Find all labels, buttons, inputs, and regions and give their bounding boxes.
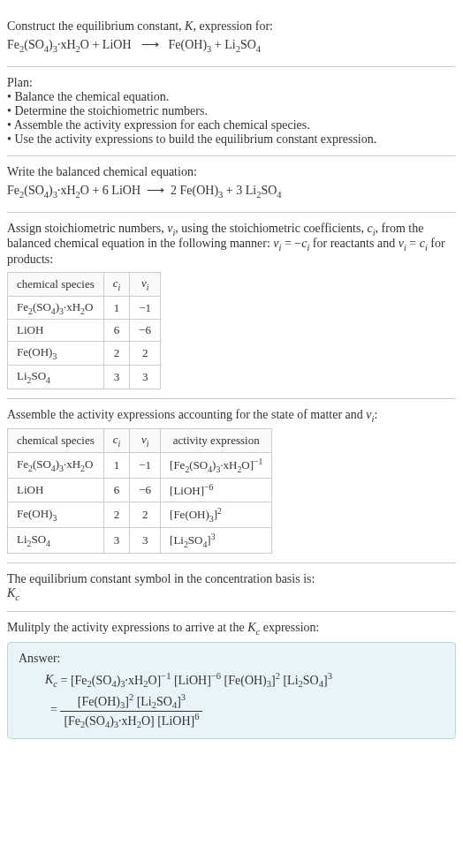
- plan-bullet-2: • Determine the stoichiometric numbers.: [7, 104, 456, 118]
- fraction: [Fe(OH)3]2 [Li2SO4]3 [Fe2(SO4)3·xH2O] [L…: [60, 692, 202, 729]
- cell-vi: −1: [130, 452, 161, 478]
- fraction-denominator: [Fe2(SO4)3·xH2O] [LiOH]6: [60, 712, 202, 729]
- section-plan: Plan: • Balance the chemical equation. •…: [7, 67, 456, 156]
- cell-vi: 3: [130, 365, 161, 389]
- stoich-intro: Assign stoichiometric numbers, νi, using…: [7, 222, 456, 268]
- cell-species: LiOH: [8, 478, 104, 502]
- col-activity: activity expression: [161, 429, 272, 453]
- answer-line-1: Kc = [Fe2(SO4)3·xH2O]−1 [LiOH]−6 [Fe(OH)…: [45, 671, 444, 689]
- cell-species: LiOH: [8, 320, 104, 342]
- plan-title: Plan:: [7, 76, 456, 90]
- cell-ci: 6: [103, 320, 130, 342]
- cell-species: Fe2(SO4)3·xH2O: [8, 452, 104, 478]
- plan-bullet-3: • Assemble the activity expression for e…: [7, 118, 456, 132]
- cell-activity: [Fe2(SO4)3·xH2O]−1: [161, 452, 272, 478]
- table-header-row: chemical species ci νi: [8, 273, 161, 297]
- plan-bullet-4: • Use the activity expressions to build …: [7, 132, 456, 147]
- arrow-icon: ⟶: [147, 184, 164, 197]
- balanced-title: Write the balanced chemical equation:: [7, 165, 456, 179]
- cell-ci: 6: [103, 478, 130, 502]
- cell-activity: [Fe(OH)3]2: [161, 502, 272, 528]
- construct-equation: Fe2(SO4)3·xH2O + LiOH ⟶ Fe(OH)3 + Li2SO4: [7, 37, 456, 54]
- cell-vi: 3: [130, 528, 161, 554]
- cell-ci: 2: [103, 342, 130, 366]
- cell-vi: −6: [130, 478, 161, 502]
- cell-vi: 2: [130, 342, 161, 366]
- table-row: Fe(OH)3 2 2 [Fe(OH)3]2: [8, 502, 272, 528]
- table-row: Fe(OH)3 2 2: [8, 342, 161, 366]
- balanced-equation: Fe2(SO4)3·xH2O + 6 LiOH ⟶ 2 Fe(OH)3 + 3 …: [7, 183, 456, 200]
- section-multiply: Mulitply the activity expressions to arr…: [7, 612, 456, 748]
- fraction-numerator: [Fe(OH)3]2 [Li2SO4]3: [60, 692, 202, 711]
- multiply-text: Mulitply the activity expressions to arr…: [7, 621, 456, 637]
- stoich-table: chemical species ci νi Fe2(SO4)3·xH2O 1 …: [7, 272, 161, 389]
- cell-species: Fe(OH)3: [8, 502, 104, 528]
- table-header-row: chemical species ci νi activity expressi…: [8, 429, 272, 453]
- cell-species: Li2SO4: [8, 365, 104, 389]
- cell-vi: −1: [130, 296, 161, 320]
- table-row: Li2SO4 3 3: [8, 365, 161, 389]
- answer-label: Answer:: [19, 652, 444, 666]
- table-row: Li2SO4 3 3 [Li2SO4]3: [8, 528, 272, 554]
- cell-ci: 1: [103, 296, 130, 320]
- equals-sign: =: [50, 703, 57, 716]
- activity-table: chemical species ci νi activity expressi…: [7, 428, 272, 554]
- cell-ci: 3: [103, 528, 130, 554]
- kc-symbol-text: The equilibrium constant symbol in the c…: [7, 572, 456, 586]
- cell-vi: 2: [130, 502, 161, 528]
- cell-ci: 2: [103, 502, 130, 528]
- cell-activity: [Li2SO4]3: [161, 528, 272, 554]
- kc-symbol: Kc: [7, 586, 456, 602]
- col-vi: νi: [130, 273, 161, 297]
- cell-species: Fe2(SO4)3·xH2O: [8, 296, 104, 320]
- table-row: Fe2(SO4)3·xH2O 1 −1 [Fe2(SO4)3·xH2O]−1: [8, 452, 272, 478]
- section-construct: Construct the equilibrium constant, K, e…: [7, 7, 456, 67]
- section-kc-symbol: The equilibrium constant symbol in the c…: [7, 563, 456, 612]
- col-species: chemical species: [8, 429, 104, 453]
- cell-activity: [LiOH]−6: [161, 478, 272, 502]
- cell-ci: 1: [103, 452, 130, 478]
- col-ci: ci: [103, 273, 130, 297]
- cell-species: Fe(OH)3: [8, 342, 104, 366]
- answer-box: Answer: Kc = [Fe2(SO4)3·xH2O]−1 [LiOH]−6…: [7, 642, 456, 739]
- plan-bullet-1: • Balance the chemical equation.: [7, 90, 456, 104]
- col-vi: νi: [130, 429, 161, 453]
- section-activity: Assemble the activity expressions accoun…: [7, 399, 456, 563]
- section-stoich: Assign stoichiometric numbers, νi, using…: [7, 213, 456, 399]
- col-species: chemical species: [8, 273, 104, 297]
- cell-vi: −6: [130, 320, 161, 342]
- cell-ci: 3: [103, 365, 130, 389]
- section-balanced: Write the balanced chemical equation: Fe…: [7, 156, 456, 213]
- col-ci: ci: [103, 429, 130, 453]
- cell-species: Li2SO4: [8, 528, 104, 554]
- table-row: LiOH 6 −6: [8, 320, 161, 342]
- table-row: LiOH 6 −6 [LiOH]−6: [8, 478, 272, 502]
- activity-intro: Assemble the activity expressions accoun…: [7, 408, 456, 424]
- arrow-icon: ⟶: [141, 37, 159, 52]
- construct-title: Construct the equilibrium constant, K, e…: [7, 19, 456, 34]
- table-row: Fe2(SO4)3·xH2O 1 −1: [8, 296, 161, 320]
- answer-line-2: = [Fe(OH)3]2 [Li2SO4]3 [Fe2(SO4)3·xH2O] …: [50, 692, 444, 729]
